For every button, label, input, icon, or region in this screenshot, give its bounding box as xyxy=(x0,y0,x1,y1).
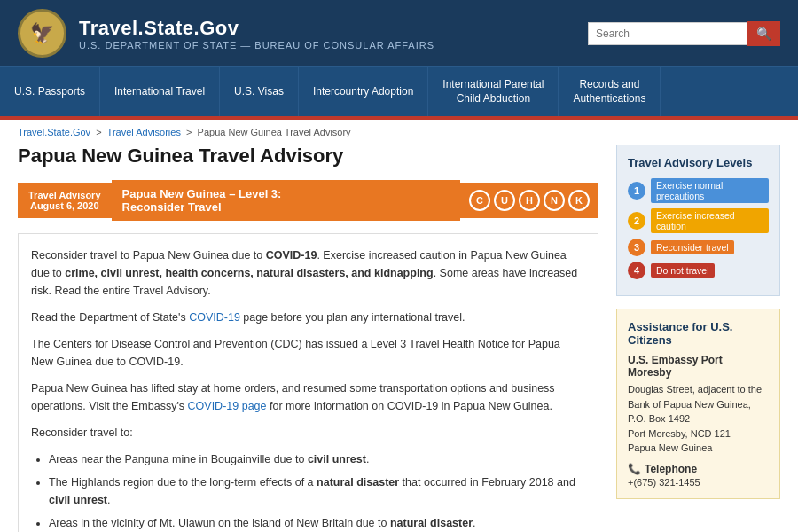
nav-item-visas[interactable]: U.S. Visas xyxy=(220,67,299,116)
advisory-levels-box: Travel Advisory Levels 1 Exercise normal… xyxy=(616,145,780,296)
header-title-block: Travel.State.Gov U.S. DEPARTMENT OF STAT… xyxy=(79,17,434,51)
breadcrumb: Travel.State.Gov > Travel Advisories > P… xyxy=(0,120,798,145)
bullet-3: Areas in the vicinity of Mt. Ulawun on t… xyxy=(49,514,585,532)
assistance-title: Assistance for U.S. Citizens xyxy=(628,320,769,347)
advisory-banner: Travel Advisory August 6, 2020 Papua New… xyxy=(18,180,598,221)
breadcrumb-link-advisories[interactable]: Travel Advisories xyxy=(107,127,181,137)
level-num-2: 2 xyxy=(628,212,645,230)
para-5: Reconsider travel to: xyxy=(31,424,585,442)
left-content: Papua New Guinea Travel Advisory Travel … xyxy=(18,145,598,532)
advisory-date-box: Travel Advisory August 6, 2020 xyxy=(18,183,112,218)
nav-item-adoption[interactable]: Intercountry Adoption xyxy=(299,67,428,116)
embassy-address: Douglas Street, adjacent to the Bank of … xyxy=(628,382,769,456)
level-num-3: 3 xyxy=(628,239,645,256)
level-item-1: 1 Exercise normal precautions xyxy=(628,178,769,203)
level-label-4: Do not travel xyxy=(651,263,715,278)
main-nav: U.S. Passports International Travel U.S.… xyxy=(0,66,798,116)
advisory-country-level: Papua New Guinea – Level 3: xyxy=(122,187,282,200)
telephone-number: +(675) 321-1455 xyxy=(628,477,769,488)
nav-item-child-abduction[interactable]: International ParentalChild Abduction xyxy=(428,67,559,116)
bullet-1: Areas near the Panguna mine in Bougainvi… xyxy=(49,450,585,468)
advisory-icon-u: U xyxy=(494,190,515,211)
search-bar: 🔍 xyxy=(588,21,780,46)
telephone-section: 📞 Telephone +(675) 321-1455 xyxy=(628,463,769,488)
nav-item-records[interactable]: Records andAuthentications xyxy=(559,67,661,116)
para-1: Reconsider travel to Papua New Guinea du… xyxy=(31,246,585,300)
advisory-date-label: Travel Advisory xyxy=(28,190,101,200)
bullet-2: The Highlands region due to the long-ter… xyxy=(49,473,585,509)
search-button[interactable]: 🔍 xyxy=(747,21,780,46)
site-header: 🦅 Travel.State.Gov U.S. DEPARTMENT OF ST… xyxy=(0,0,798,66)
phone-icon: 📞 xyxy=(628,463,641,475)
advisory-icon-c: C xyxy=(469,190,490,211)
para-3: The Centers for Disease Control and Prev… xyxy=(31,335,585,371)
covid19-link-1[interactable]: COVID-19 xyxy=(189,311,240,324)
page-title: Papua New Guinea Travel Advisory xyxy=(18,145,598,168)
breadcrumb-current: Papua New Guinea Travel Advisory xyxy=(198,127,351,137)
advisory-content: Reconsider travel to Papua New Guinea du… xyxy=(18,233,598,532)
search-input[interactable] xyxy=(588,22,747,45)
advisory-date: August 6, 2020 xyxy=(28,200,101,211)
embassy-name: U.S. Embassy Port Moresby xyxy=(628,354,769,379)
advisory-levels-title: Travel Advisory Levels xyxy=(628,156,769,169)
bullet-list: Areas near the Panguna mine in Bougainvi… xyxy=(49,450,585,532)
level-label-1: Exercise normal precautions xyxy=(651,178,769,203)
header-brand: 🦅 Travel.State.Gov U.S. DEPARTMENT OF ST… xyxy=(18,9,434,58)
level-label-3: Reconsider travel xyxy=(651,240,734,254)
para-2: Read the Department of State's COVID-19 … xyxy=(31,309,585,326)
level-num-4: 4 xyxy=(628,262,645,279)
level-item-3: 3 Reconsider travel xyxy=(628,239,769,256)
site-subtitle: U.S. DEPARTMENT OF STATE — BUREAU of CON… xyxy=(79,40,434,51)
advisory-icon-k: K xyxy=(568,190,590,211)
covid19-link-2[interactable]: COVID-19 page xyxy=(188,400,267,412)
advisory-icon-h: H xyxy=(519,190,540,211)
nav-item-passports[interactable]: U.S. Passports xyxy=(0,67,100,116)
level-label-2: Exercise increased caution xyxy=(651,208,769,233)
advisory-icons: C U H N K xyxy=(460,183,598,218)
level-item-4: 4 Do not travel xyxy=(628,262,769,279)
state-seal: 🦅 xyxy=(18,9,66,58)
right-sidebar: Travel Advisory Levels 1 Exercise normal… xyxy=(616,145,780,532)
level-item-2: 2 Exercise increased caution xyxy=(628,208,769,233)
nav-item-international-travel[interactable]: International Travel xyxy=(100,67,220,116)
advisory-icon-n: N xyxy=(544,190,565,211)
main-content: Papua New Guinea Travel Advisory Travel … xyxy=(0,145,798,532)
assistance-box: Assistance for U.S. Citizens U.S. Embass… xyxy=(616,309,780,499)
telephone-label: 📞 Telephone xyxy=(628,463,769,475)
para-4: Papua New Guinea has lifted stay at home… xyxy=(31,379,585,415)
breadcrumb-link-home[interactable]: Travel.State.Gov xyxy=(18,127,90,137)
advisory-level-name: Reconsider Travel xyxy=(122,200,222,214)
advisory-level-box: Papua New Guinea – Level 3: Reconsider T… xyxy=(112,180,460,221)
site-title: Travel.State.Gov xyxy=(79,17,434,40)
level-num-1: 1 xyxy=(628,182,645,200)
